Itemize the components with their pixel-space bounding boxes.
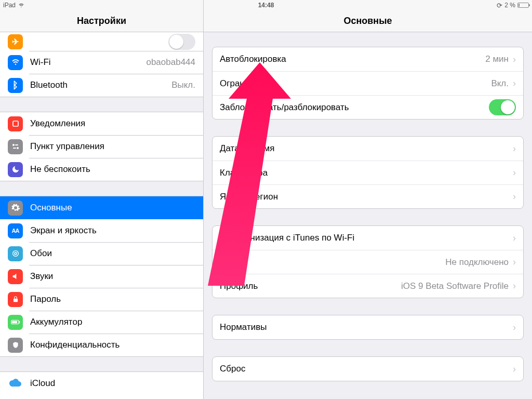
svg-point-7 (15, 252, 17, 255)
detail-group-reset: Сброс › (212, 356, 524, 381)
detail-row-label: Язык и регион (220, 192, 513, 202)
airplane-icon: ✈︎ (8, 34, 23, 49)
sidebar-item-wifi[interactable]: Wi-Fi obaobab444 (0, 51, 203, 74)
sidebar-group-connectivity: ✈︎ Wi-Fi obaobab444 ᛒ Bluetooth Выкл. (0, 32, 203, 97)
detail-row-restrictions[interactable]: Ограничения Вкл. › (212, 71, 523, 95)
chevron-right-icon: › (513, 281, 516, 291)
svg-rect-8 (13, 299, 17, 302)
sidebar-item-label: iCloud (30, 378, 195, 389)
sounds-icon (8, 269, 23, 284)
detail-row-reset[interactable]: Сброс › (212, 357, 523, 381)
bluetooth-icon: ᛒ (8, 78, 23, 93)
svg-rect-5 (13, 148, 16, 149)
detail-row-label: Клавиатура (220, 168, 513, 178)
detail-row-profile[interactable]: Профиль iOS 9 Beta Software Profile › (212, 274, 523, 298)
airplane-toggle[interactable] (168, 34, 195, 50)
detail-row-label: Сброс (220, 364, 513, 374)
sidebar-item-display[interactable]: AA Экран и яркость (0, 219, 203, 242)
sidebar-item-label: Пункт управления (30, 141, 195, 152)
detail-row-itunes-wifi[interactable]: Синхронизация с iTunes по Wi-Fi › (212, 226, 523, 250)
detail-row-label: Нормативы (220, 322, 513, 332)
chevron-right-icon: › (513, 322, 516, 333)
detail-row-keyboard[interactable]: Клавиатура › (212, 161, 523, 184)
sidebar-item-airplane[interactable]: ✈︎ (0, 32, 203, 51)
sidebar-item-label: Wi-Fi (30, 57, 142, 68)
detail-row-label: Ограничения (220, 78, 491, 89)
wallpaper-icon (8, 246, 23, 261)
svg-rect-10 (19, 321, 20, 324)
detail-row-language[interactable]: Язык и регион › (212, 184, 523, 208)
sidebar-group-alerts: Уведомления Пункт управления Не беспокои… (0, 112, 203, 181)
detail-row-value: Вкл. (491, 78, 509, 89)
detail-row-label: Заблокировать/разблокировать (220, 102, 489, 113)
chevron-right-icon: › (513, 78, 516, 89)
section-gap (0, 181, 203, 196)
icloud-icon (8, 376, 23, 391)
sidebar-item-sounds[interactable]: Звуки (0, 265, 203, 288)
chevron-right-icon: › (513, 191, 516, 202)
detail-row-value: 2 мин (485, 54, 509, 64)
sidebar-item-icloud[interactable]: iCloud (0, 372, 203, 395)
sidebar-item-wallpaper[interactable]: Обои (0, 242, 203, 265)
svg-point-0 (15, 64, 16, 65)
sidebar-item-label: Обои (30, 248, 195, 259)
orientation-lock-icon: ⟳ (497, 2, 502, 9)
section-gap (0, 97, 203, 112)
svg-rect-3 (15, 144, 18, 145)
status-bar: iPad 14:48 ⟳ 2 % (0, 0, 532, 10)
sidebar-item-general[interactable]: Основные (0, 196, 203, 219)
sidebar-item-label: Bluetooth (30, 80, 167, 90)
detail-row-label: VPN (220, 257, 445, 268)
battery-percent: 2 % (504, 2, 515, 9)
control-center-icon (8, 139, 23, 154)
svg-point-12 (21, 6, 21, 7)
battery-icon (8, 315, 23, 330)
sidebar-item-label: Уведомления (30, 118, 195, 129)
chevron-right-icon: › (513, 233, 516, 244)
detail-group-input: Дата и время › Клавиатура › Язык и регио… (212, 136, 524, 209)
detail-row-value: Не подключено (445, 257, 509, 268)
detail-row-regulatory[interactable]: Нормативы › (212, 315, 523, 339)
detail-row-label: Профиль (220, 281, 401, 291)
sidebar-item-notifications[interactable]: Уведомления (0, 112, 203, 135)
detail-pane: Основные Автоблокировка 2 мин › Ограниче… (204, 0, 532, 399)
sidebar-item-label: Пароль (30, 294, 195, 304)
sidebar-item-bluetooth[interactable]: ᛒ Bluetooth Выкл. (0, 74, 203, 97)
sidebar-item-passcode[interactable]: Пароль (0, 288, 203, 311)
battery-icon (517, 3, 529, 8)
section-gap (0, 356, 203, 372)
app-root: Настройки ✈︎ Wi-Fi obaobab444 ᛒ Bluetoot… (0, 0, 532, 399)
svg-point-4 (17, 147, 19, 149)
detail-row-autolock[interactable]: Автоблокировка 2 мин › (212, 47, 523, 71)
lockunlock-switch[interactable] (489, 99, 516, 115)
detail-row-label: Дата и время (220, 143, 513, 154)
svg-rect-1 (13, 121, 18, 126)
privacy-icon (8, 338, 23, 353)
wifi-status-icon (18, 3, 25, 8)
chevron-right-icon: › (513, 143, 516, 154)
detail-row-vpn[interactable]: VPN Не подключено › (212, 250, 523, 274)
sidebar-item-privacy[interactable]: Конфиденциальность (0, 334, 203, 356)
sidebar-item-label: Не беспокоить (30, 164, 195, 175)
sidebar-item-label: Аккумулятор (30, 317, 195, 327)
sidebar-item-label: Конфиденциальность (30, 340, 195, 350)
detail-group-sync: Синхронизация с iTunes по Wi-Fi › VPN Не… (212, 225, 524, 298)
chevron-right-icon: › (513, 257, 516, 268)
detail-row-value: iOS 9 Beta Software Profile (401, 281, 509, 291)
sidebar: Настройки ✈︎ Wi-Fi obaobab444 ᛒ Bluetoot… (0, 0, 204, 399)
sidebar-item-battery[interactable]: Аккумулятор (0, 311, 203, 334)
sidebar-item-label: Звуки (30, 271, 195, 282)
svg-point-6 (12, 251, 18, 257)
clock: 14:48 (258, 2, 274, 9)
wifi-value: obaobab444 (146, 57, 195, 68)
device-label: iPad (3, 2, 16, 9)
svg-point-2 (12, 144, 15, 146)
sidebar-item-label: Основные (30, 203, 195, 213)
detail-row-lockunlock[interactable]: Заблокировать/разблокировать (212, 95, 523, 119)
chevron-right-icon: › (513, 167, 516, 178)
passcode-icon (8, 292, 23, 307)
sidebar-item-control-center[interactable]: Пункт управления (0, 135, 203, 158)
detail-row-datetime[interactable]: Дата и время › (212, 137, 523, 161)
detail-group-lock: Автоблокировка 2 мин › Ограничения Вкл. … (212, 47, 524, 119)
sidebar-item-dnd[interactable]: Не беспокоить (0, 158, 203, 181)
